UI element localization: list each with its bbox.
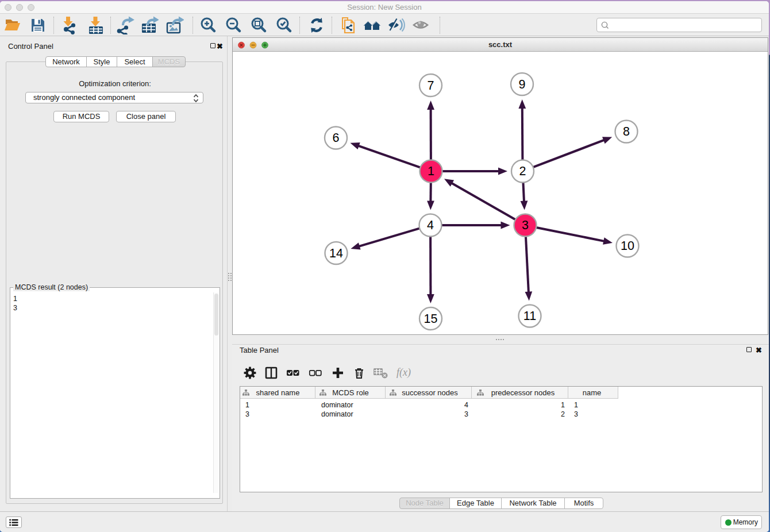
- svg-text:10: 10: [621, 239, 634, 253]
- svg-text:11: 11: [523, 309, 536, 323]
- svg-text:9: 9: [519, 78, 526, 91]
- svg-text:1: 1: [428, 164, 434, 178]
- svg-text:8: 8: [623, 125, 630, 138]
- svg-text:7: 7: [428, 79, 434, 92]
- svg-text:2: 2: [519, 164, 526, 178]
- svg-text:4: 4: [427, 218, 434, 232]
- svg-text:15: 15: [424, 312, 438, 326]
- svg-text:14: 14: [329, 246, 343, 260]
- svg-text:3: 3: [522, 218, 529, 232]
- svg-text:6: 6: [333, 131, 340, 145]
